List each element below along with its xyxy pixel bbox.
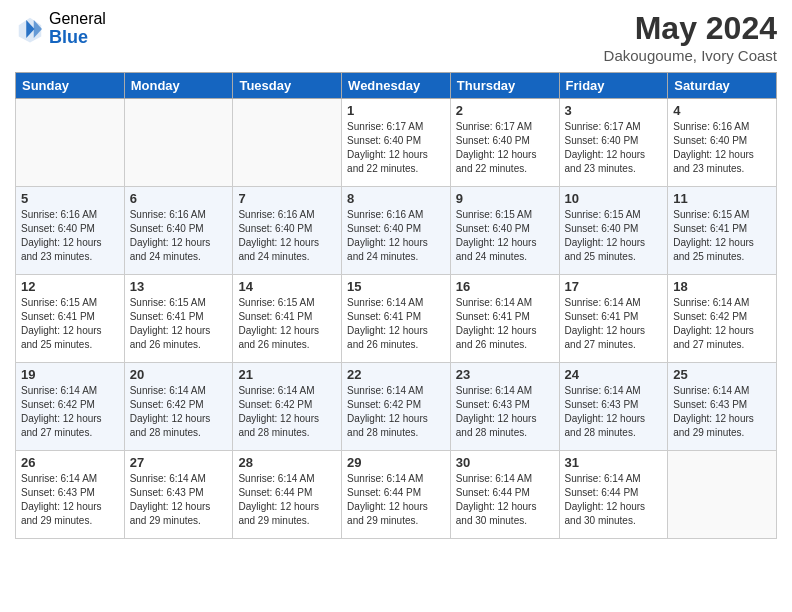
logo: General Blue [15,10,106,47]
day-number: 29 [347,455,445,470]
day-info: Sunrise: 6:16 AM Sunset: 6:40 PM Dayligh… [21,208,119,264]
logo-general: General [49,10,106,28]
day-info: Sunrise: 6:14 AM Sunset: 6:42 PM Dayligh… [238,384,336,440]
week-row-1: 5Sunrise: 6:16 AM Sunset: 6:40 PM Daylig… [16,187,777,275]
day-number: 28 [238,455,336,470]
page: General Blue May 2024 Dakougoume, Ivory … [0,0,792,612]
day-number: 6 [130,191,228,206]
weekday-header-saturday: Saturday [668,73,777,99]
day-number: 2 [456,103,554,118]
day-number: 10 [565,191,663,206]
calendar-cell: 23Sunrise: 6:14 AM Sunset: 6:43 PM Dayli… [450,363,559,451]
calendar-cell: 4Sunrise: 6:16 AM Sunset: 6:40 PM Daylig… [668,99,777,187]
day-info: Sunrise: 6:17 AM Sunset: 6:40 PM Dayligh… [456,120,554,176]
day-number: 12 [21,279,119,294]
day-number: 24 [565,367,663,382]
day-number: 27 [130,455,228,470]
week-row-4: 26Sunrise: 6:14 AM Sunset: 6:43 PM Dayli… [16,451,777,539]
calendar-cell: 30Sunrise: 6:14 AM Sunset: 6:44 PM Dayli… [450,451,559,539]
calendar-cell: 5Sunrise: 6:16 AM Sunset: 6:40 PM Daylig… [16,187,125,275]
day-info: Sunrise: 6:14 AM Sunset: 6:42 PM Dayligh… [130,384,228,440]
day-info: Sunrise: 6:16 AM Sunset: 6:40 PM Dayligh… [347,208,445,264]
day-number: 8 [347,191,445,206]
week-row-0: 1Sunrise: 6:17 AM Sunset: 6:40 PM Daylig… [16,99,777,187]
calendar-cell: 12Sunrise: 6:15 AM Sunset: 6:41 PM Dayli… [16,275,125,363]
main-title: May 2024 [604,10,777,47]
calendar-cell [124,99,233,187]
day-number: 21 [238,367,336,382]
day-info: Sunrise: 6:14 AM Sunset: 6:41 PM Dayligh… [456,296,554,352]
day-info: Sunrise: 6:17 AM Sunset: 6:40 PM Dayligh… [347,120,445,176]
weekday-header-thursday: Thursday [450,73,559,99]
day-info: Sunrise: 6:14 AM Sunset: 6:44 PM Dayligh… [238,472,336,528]
day-number: 25 [673,367,771,382]
day-number: 13 [130,279,228,294]
weekday-header-sunday: Sunday [16,73,125,99]
day-info: Sunrise: 6:16 AM Sunset: 6:40 PM Dayligh… [238,208,336,264]
day-info: Sunrise: 6:15 AM Sunset: 6:41 PM Dayligh… [673,208,771,264]
day-info: Sunrise: 6:14 AM Sunset: 6:43 PM Dayligh… [130,472,228,528]
calendar-cell: 29Sunrise: 6:14 AM Sunset: 6:44 PM Dayli… [342,451,451,539]
calendar-cell: 7Sunrise: 6:16 AM Sunset: 6:40 PM Daylig… [233,187,342,275]
day-info: Sunrise: 6:14 AM Sunset: 6:41 PM Dayligh… [565,296,663,352]
day-number: 4 [673,103,771,118]
day-info: Sunrise: 6:15 AM Sunset: 6:40 PM Dayligh… [565,208,663,264]
day-number: 16 [456,279,554,294]
week-row-2: 12Sunrise: 6:15 AM Sunset: 6:41 PM Dayli… [16,275,777,363]
day-info: Sunrise: 6:15 AM Sunset: 6:40 PM Dayligh… [456,208,554,264]
calendar-cell [233,99,342,187]
day-info: Sunrise: 6:15 AM Sunset: 6:41 PM Dayligh… [130,296,228,352]
calendar-cell: 2Sunrise: 6:17 AM Sunset: 6:40 PM Daylig… [450,99,559,187]
day-info: Sunrise: 6:14 AM Sunset: 6:42 PM Dayligh… [347,384,445,440]
day-number: 26 [21,455,119,470]
day-info: Sunrise: 6:14 AM Sunset: 6:43 PM Dayligh… [21,472,119,528]
day-number: 15 [347,279,445,294]
day-info: Sunrise: 6:15 AM Sunset: 6:41 PM Dayligh… [21,296,119,352]
weekday-header-wednesday: Wednesday [342,73,451,99]
week-row-3: 19Sunrise: 6:14 AM Sunset: 6:42 PM Dayli… [16,363,777,451]
calendar-cell [16,99,125,187]
day-number: 23 [456,367,554,382]
calendar-cell: 8Sunrise: 6:16 AM Sunset: 6:40 PM Daylig… [342,187,451,275]
day-number: 30 [456,455,554,470]
calendar-cell: 27Sunrise: 6:14 AM Sunset: 6:43 PM Dayli… [124,451,233,539]
calendar-cell: 17Sunrise: 6:14 AM Sunset: 6:41 PM Dayli… [559,275,668,363]
day-number: 9 [456,191,554,206]
calendar-cell: 14Sunrise: 6:15 AM Sunset: 6:41 PM Dayli… [233,275,342,363]
calendar-cell: 18Sunrise: 6:14 AM Sunset: 6:42 PM Dayli… [668,275,777,363]
calendar-cell: 19Sunrise: 6:14 AM Sunset: 6:42 PM Dayli… [16,363,125,451]
day-number: 5 [21,191,119,206]
header: General Blue May 2024 Dakougoume, Ivory … [15,10,777,64]
day-info: Sunrise: 6:16 AM Sunset: 6:40 PM Dayligh… [673,120,771,176]
calendar-cell: 24Sunrise: 6:14 AM Sunset: 6:43 PM Dayli… [559,363,668,451]
subtitle: Dakougoume, Ivory Coast [604,47,777,64]
calendar-cell: 21Sunrise: 6:14 AM Sunset: 6:42 PM Dayli… [233,363,342,451]
calendar-cell [668,451,777,539]
day-info: Sunrise: 6:14 AM Sunset: 6:44 PM Dayligh… [565,472,663,528]
calendar-cell: 13Sunrise: 6:15 AM Sunset: 6:41 PM Dayli… [124,275,233,363]
calendar-cell: 6Sunrise: 6:16 AM Sunset: 6:40 PM Daylig… [124,187,233,275]
day-number: 7 [238,191,336,206]
day-number: 14 [238,279,336,294]
logo-blue: Blue [49,28,106,48]
day-info: Sunrise: 6:14 AM Sunset: 6:43 PM Dayligh… [673,384,771,440]
day-number: 3 [565,103,663,118]
day-number: 17 [565,279,663,294]
calendar-cell: 11Sunrise: 6:15 AM Sunset: 6:41 PM Dayli… [668,187,777,275]
calendar-cell: 31Sunrise: 6:14 AM Sunset: 6:44 PM Dayli… [559,451,668,539]
logo-text: General Blue [49,10,106,47]
calendar-cell: 10Sunrise: 6:15 AM Sunset: 6:40 PM Dayli… [559,187,668,275]
day-number: 22 [347,367,445,382]
day-number: 31 [565,455,663,470]
day-info: Sunrise: 6:14 AM Sunset: 6:42 PM Dayligh… [673,296,771,352]
calendar-cell: 9Sunrise: 6:15 AM Sunset: 6:40 PM Daylig… [450,187,559,275]
day-info: Sunrise: 6:17 AM Sunset: 6:40 PM Dayligh… [565,120,663,176]
weekday-header-tuesday: Tuesday [233,73,342,99]
calendar-cell: 25Sunrise: 6:14 AM Sunset: 6:43 PM Dayli… [668,363,777,451]
title-block: May 2024 Dakougoume, Ivory Coast [604,10,777,64]
calendar-cell: 26Sunrise: 6:14 AM Sunset: 6:43 PM Dayli… [16,451,125,539]
day-info: Sunrise: 6:14 AM Sunset: 6:42 PM Dayligh… [21,384,119,440]
day-info: Sunrise: 6:14 AM Sunset: 6:41 PM Dayligh… [347,296,445,352]
weekday-header-monday: Monday [124,73,233,99]
day-number: 1 [347,103,445,118]
